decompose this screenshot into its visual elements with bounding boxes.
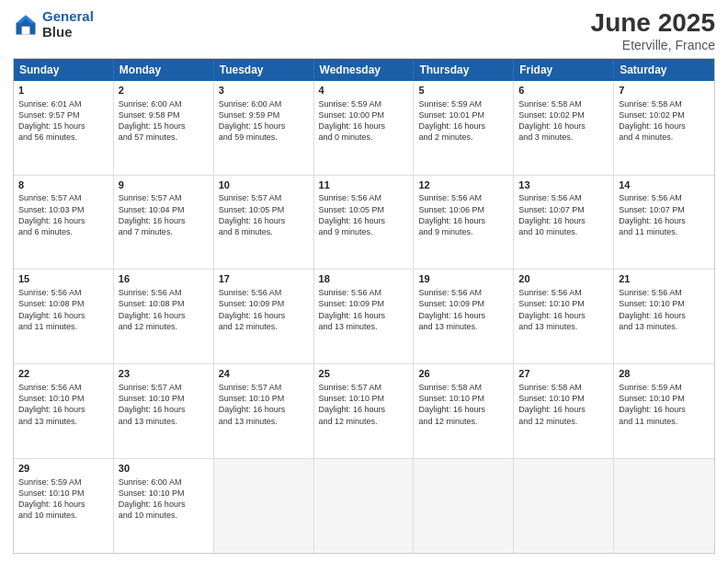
- svg-rect-2: [22, 26, 30, 34]
- day-info: Sunrise: 5:56 AMSunset: 10:10 PMDaylight…: [619, 287, 710, 332]
- calendar-cell: 24Sunrise: 5:57 AMSunset: 10:10 PMDaylig…: [214, 364, 314, 458]
- day-number: 18: [319, 272, 409, 286]
- day-number: 23: [119, 367, 209, 381]
- calendar-cell: 30Sunrise: 6:00 AMSunset: 10:10 PMDaylig…: [114, 459, 214, 553]
- day-number: 10: [219, 178, 309, 192]
- day-info: Sunrise: 5:59 AMSunset: 10:10 PMDaylight…: [619, 382, 710, 427]
- day-number: 7: [619, 84, 710, 98]
- day-number: 24: [219, 367, 309, 381]
- subtitle: Eterville, France: [591, 38, 715, 52]
- day-info: Sunrise: 5:57 AMSunset: 10:10 PMDaylight…: [119, 382, 209, 427]
- day-number: 28: [619, 367, 710, 381]
- day-number: 1: [18, 84, 108, 98]
- calendar-cell: [414, 459, 514, 553]
- day-info: Sunrise: 5:56 AMSunset: 10:09 PMDaylight…: [219, 287, 309, 332]
- calendar-cell: 18Sunrise: 5:56 AMSunset: 10:09 PMDaylig…: [314, 270, 415, 363]
- day-info: Sunrise: 5:56 AMSunset: 10:10 PMDaylight…: [518, 287, 609, 332]
- day-number: 3: [219, 84, 309, 98]
- day-info: Sunrise: 5:56 AMSunset: 10:08 PMDaylight…: [18, 287, 108, 332]
- calendar-cell: 13Sunrise: 5:56 AMSunset: 10:07 PMDaylig…: [514, 176, 614, 270]
- day-info: Sunrise: 5:57 AMSunset: 10:05 PMDaylight…: [219, 192, 309, 237]
- day-info: Sunrise: 5:57 AMSunset: 10:03 PMDaylight…: [18, 192, 108, 237]
- day-number: 27: [518, 367, 609, 381]
- calendar-cell: [514, 459, 614, 553]
- day-number: 17: [219, 272, 309, 286]
- calendar-cell: 23Sunrise: 5:57 AMSunset: 10:10 PMDaylig…: [114, 364, 214, 458]
- header-day-tuesday: Tuesday: [214, 59, 314, 81]
- calendar-row: 22Sunrise: 5:56 AMSunset: 10:10 PMDaylig…: [14, 364, 714, 459]
- day-number: 16: [119, 272, 209, 286]
- calendar-cell: 21Sunrise: 5:56 AMSunset: 10:10 PMDaylig…: [614, 270, 714, 363]
- day-info: Sunrise: 6:00 AMSunset: 9:59 PMDaylight:…: [219, 98, 309, 144]
- calendar-cell: 11Sunrise: 5:56 AMSunset: 10:05 PMDaylig…: [314, 176, 415, 270]
- day-number: 6: [518, 84, 609, 98]
- day-info: Sunrise: 5:57 AMSunset: 10:04 PMDaylight…: [119, 192, 209, 237]
- day-number: 5: [418, 84, 508, 98]
- day-number: 30: [119, 462, 209, 476]
- logo-line2: Blue: [42, 25, 94, 40]
- day-info: Sunrise: 5:57 AMSunset: 10:10 PMDaylight…: [319, 382, 409, 427]
- calendar-cell: 8Sunrise: 5:57 AMSunset: 10:03 PMDayligh…: [14, 176, 114, 270]
- main-title: June 2025: [591, 9, 715, 38]
- day-number: 26: [418, 367, 508, 381]
- header-day-saturday: Saturday: [614, 59, 714, 81]
- day-info: Sunrise: 5:56 AMSunset: 10:08 PMDaylight…: [119, 287, 209, 332]
- calendar-cell: [614, 459, 714, 553]
- calendar-cell: 12Sunrise: 5:56 AMSunset: 10:06 PMDaylig…: [414, 176, 514, 270]
- calendar-cell: [214, 459, 314, 553]
- calendar: SundayMondayTuesdayWednesdayThursdayFrid…: [13, 58, 715, 554]
- header-day-wednesday: Wednesday: [314, 59, 415, 81]
- day-info: Sunrise: 5:56 AMSunset: 10:09 PMDaylight…: [418, 287, 508, 332]
- day-info: Sunrise: 5:59 AMSunset: 10:01 PMDaylight…: [418, 98, 508, 144]
- calendar-cell: 5Sunrise: 5:59 AMSunset: 10:01 PMDayligh…: [414, 81, 514, 175]
- day-number: 11: [319, 178, 409, 192]
- calendar-cell: 22Sunrise: 5:56 AMSunset: 10:10 PMDaylig…: [14, 364, 114, 458]
- day-number: 13: [518, 178, 609, 192]
- day-info: Sunrise: 6:01 AMSunset: 9:57 PMDaylight:…: [18, 98, 108, 144]
- day-info: Sunrise: 5:58 AMSunset: 10:10 PMDaylight…: [418, 382, 508, 427]
- header-day-friday: Friday: [514, 59, 614, 81]
- calendar-cell: 27Sunrise: 5:58 AMSunset: 10:10 PMDaylig…: [514, 364, 614, 458]
- day-info: Sunrise: 5:56 AMSunset: 10:05 PMDaylight…: [319, 192, 409, 237]
- day-number: 14: [619, 178, 710, 192]
- day-info: Sunrise: 5:58 AMSunset: 10:02 PMDaylight…: [518, 98, 609, 144]
- day-info: Sunrise: 5:56 AMSunset: 10:07 PMDaylight…: [619, 192, 710, 237]
- calendar-cell: 28Sunrise: 5:59 AMSunset: 10:10 PMDaylig…: [614, 364, 714, 458]
- logo-line1: General: [42, 8, 94, 24]
- title-block: June 2025 Eterville, France: [591, 9, 715, 52]
- calendar-cell: 7Sunrise: 5:58 AMSunset: 10:02 PMDayligh…: [614, 81, 714, 175]
- day-info: Sunrise: 6:00 AMSunset: 10:10 PMDaylight…: [119, 477, 209, 522]
- calendar-cell: 2Sunrise: 6:00 AMSunset: 9:58 PMDaylight…: [114, 81, 214, 175]
- day-number: 12: [418, 178, 508, 192]
- calendar-cell: 9Sunrise: 5:57 AMSunset: 10:04 PMDayligh…: [114, 176, 214, 270]
- header-day-monday: Monday: [114, 59, 214, 81]
- calendar-cell: 3Sunrise: 6:00 AMSunset: 9:59 PMDaylight…: [214, 81, 314, 175]
- day-number: 9: [119, 178, 209, 192]
- day-info: Sunrise: 5:58 AMSunset: 10:10 PMDaylight…: [518, 382, 609, 427]
- logo-text: General Blue: [42, 9, 94, 40]
- logo-icon: [13, 12, 39, 38]
- calendar-cell: 16Sunrise: 5:56 AMSunset: 10:08 PMDaylig…: [114, 270, 214, 363]
- day-number: 20: [518, 272, 609, 286]
- day-number: 4: [319, 84, 409, 98]
- day-info: Sunrise: 5:59 AMSunset: 10:00 PMDaylight…: [319, 98, 409, 144]
- calendar-cell: 20Sunrise: 5:56 AMSunset: 10:10 PMDaylig…: [514, 270, 614, 363]
- calendar-cell: 25Sunrise: 5:57 AMSunset: 10:10 PMDaylig…: [314, 364, 415, 458]
- calendar-cell: [314, 459, 415, 553]
- logo: General Blue: [13, 9, 94, 40]
- calendar-page: General Blue June 2025 Eterville, France…: [0, 0, 728, 563]
- calendar-cell: 14Sunrise: 5:56 AMSunset: 10:07 PMDaylig…: [614, 176, 714, 270]
- calendar-cell: 19Sunrise: 5:56 AMSunset: 10:09 PMDaylig…: [414, 270, 514, 363]
- day-info: Sunrise: 5:56 AMSunset: 10:10 PMDaylight…: [18, 382, 108, 427]
- day-info: Sunrise: 6:00 AMSunset: 9:58 PMDaylight:…: [119, 98, 209, 144]
- calendar-cell: 29Sunrise: 5:59 AMSunset: 10:10 PMDaylig…: [14, 459, 114, 553]
- header-day-sunday: Sunday: [14, 59, 114, 81]
- day-number: 29: [18, 462, 108, 476]
- calendar-row: 1Sunrise: 6:01 AMSunset: 9:57 PMDaylight…: [14, 81, 714, 176]
- day-number: 15: [18, 272, 108, 286]
- calendar-cell: 4Sunrise: 5:59 AMSunset: 10:00 PMDayligh…: [314, 81, 415, 175]
- page-header: General Blue June 2025 Eterville, France: [13, 9, 715, 52]
- calendar-cell: 26Sunrise: 5:58 AMSunset: 10:10 PMDaylig…: [414, 364, 514, 458]
- day-number: 8: [18, 178, 108, 192]
- day-number: 25: [319, 367, 409, 381]
